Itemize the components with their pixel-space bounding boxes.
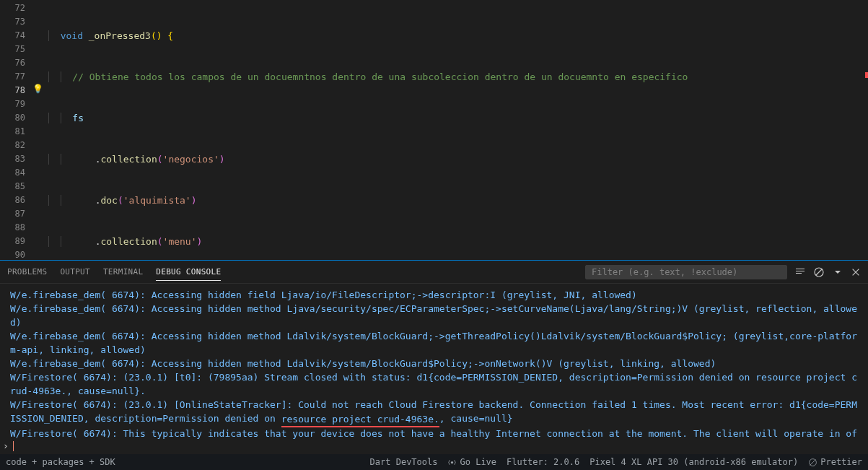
line-number[interactable]: 74: [0, 29, 25, 43]
line-number[interactable]: 90: [0, 248, 25, 260]
status-dart-devtools[interactable]: Dart DevTools: [370, 457, 438, 467]
status-device[interactable]: Pixel 4 XL API 30 (android-x86 emulator): [589, 457, 798, 467]
line-number[interactable]: 89: [0, 235, 25, 248]
code-editor[interactable]: void _onPressed3() { // Obtiene todos lo…: [45, 0, 868, 260]
status-flutter-version[interactable]: Flutter: 2.0.6: [507, 457, 579, 467]
svg-point-2: [451, 461, 453, 463]
status-go-live[interactable]: Go Live: [447, 457, 496, 467]
error-underline: resource project crud-4963e.: [281, 412, 439, 427]
line-number[interactable]: 75: [0, 43, 25, 56]
bottom-panel: PROBLEMS OUTPUT TERMINAL DEBUG CONSOLE W…: [0, 261, 868, 454]
glyph-margin: 💡: [32, 0, 45, 260]
status-scope[interactable]: code + packages + SDK: [6, 457, 115, 467]
tab-output[interactable]: OUTPUT: [60, 264, 90, 280]
console-filter-input[interactable]: [585, 265, 787, 279]
console-line: W/Firestore( 6674): (23.0.1) [OnlineStat…: [10, 398, 858, 427]
status-prettier[interactable]: Prettier: [808, 457, 862, 467]
svg-line-1: [816, 269, 822, 275]
console-line: W/Firestore( 6674): (23.0.1) [t0]: (7989…: [10, 370, 858, 398]
debug-console-output[interactable]: W/e.firebase_dem( 6674): Accessing hidde…: [0, 284, 868, 440]
console-line: W/Firestore( 6674): This typically indic…: [10, 427, 858, 440]
status-bar: code + packages + SDK Dart DevTools Go L…: [0, 454, 868, 470]
console-line: W/e.firebase_dem( 6674): Accessing hidde…: [10, 329, 858, 357]
line-number[interactable]: 80: [0, 111, 25, 125]
debug-console-input[interactable]: ›: [0, 440, 868, 454]
broadcast-icon: [447, 458, 457, 467]
line-number[interactable]: 81: [0, 125, 25, 139]
word-wrap-icon[interactable]: [794, 266, 806, 278]
console-line: W/e.firebase_dem( 6674): Accessing hidde…: [10, 302, 858, 329]
line-number[interactable]: 79: [0, 97, 25, 111]
line-number[interactable]: 86: [0, 193, 25, 207]
tab-problems[interactable]: PROBLEMS: [7, 264, 47, 280]
line-gutter: 72 73 74 75 76 77 78 79 80 81 82 83 84 8…: [0, 0, 32, 260]
console-line: W/e.firebase_dem( 6674): Accessing hidde…: [10, 288, 858, 302]
line-number[interactable]: 83: [0, 152, 25, 166]
close-panel-icon[interactable]: [851, 267, 861, 277]
line-number[interactable]: 82: [0, 139, 25, 152]
console-line: W/e.firebase_dem( 6674): Accessing hidde…: [10, 357, 858, 370]
clear-console-icon[interactable]: [813, 266, 825, 278]
tab-debug-console[interactable]: DEBUG CONSOLE: [156, 264, 221, 281]
prompt-chevron-icon: ›: [3, 440, 9, 451]
line-number[interactable]: 72: [0, 1, 25, 15]
line-number[interactable]: 78: [0, 84, 25, 97]
editor-pane: 72 73 74 75 76 77 78 79 80 81 82 83 84 8…: [0, 0, 868, 260]
overview-ruler-error[interactable]: [865, 72, 868, 78]
line-number[interactable]: 87: [0, 207, 25, 221]
line-number[interactable]: 77: [0, 70, 25, 84]
line-number[interactable]: 73: [0, 15, 25, 29]
line-number[interactable]: 76: [0, 56, 25, 70]
line-number[interactable]: 85: [0, 180, 25, 193]
line-number[interactable]: 84: [0, 166, 25, 180]
lightbulb-icon[interactable]: 💡: [32, 84, 43, 94]
text-cursor: [13, 441, 14, 451]
panel-tabbar: PROBLEMS OUTPUT TERMINAL DEBUG CONSOLE: [0, 261, 868, 284]
tab-terminal[interactable]: TERMINAL: [103, 264, 143, 280]
chevron-down-icon[interactable]: [832, 266, 843, 278]
prettier-disabled-icon: [808, 458, 817, 467]
line-number[interactable]: 88: [0, 221, 25, 235]
svg-line-4: [810, 459, 816, 465]
